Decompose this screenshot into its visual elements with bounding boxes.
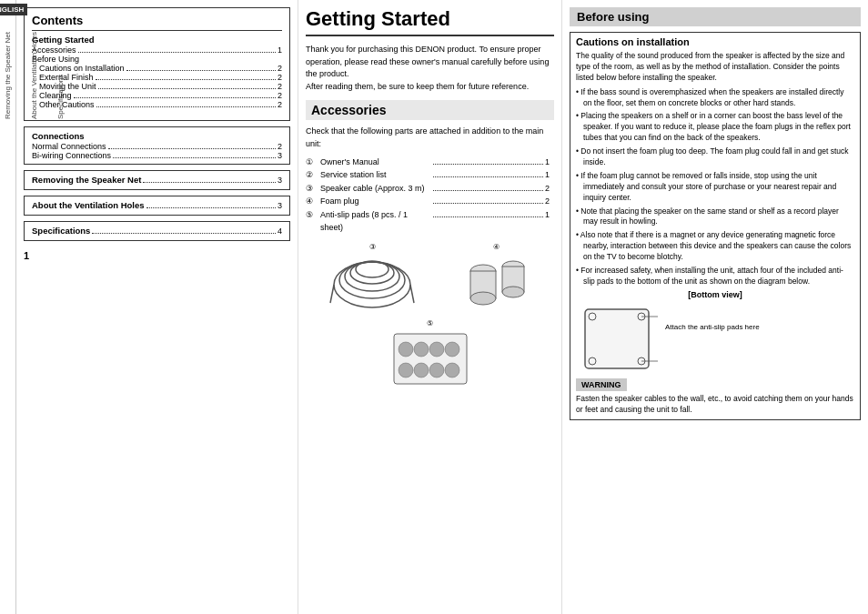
intro-text: Thank you for purchasing this DENON prod…: [306, 44, 554, 93]
contents-item-accessories: Accessories 1: [32, 45, 282, 55]
svg-point-9: [470, 292, 496, 305]
bottom-view-section: Attach the anti-slip pads here: [576, 305, 854, 373]
acc-img-foam: ④: [460, 243, 533, 312]
side-label-specifications[interactable]: Specifications: [56, 32, 65, 119]
side-tab: ENGLISH Getting Started Connections Remo…: [0, 0, 16, 614]
acc-item-3: ③ Speaker cable (Approx. 3 m) 2: [306, 182, 554, 195]
svg-point-19: [414, 363, 429, 377]
acc-item-5: ⑤ Anti-slip pads (8 pcs. / 1 sheet) 1: [306, 208, 554, 235]
svg-point-15: [414, 342, 429, 357]
contents-item-external-finish: External Finish 2: [32, 73, 282, 82]
attach-note: Attach the anti-slip pads here: [665, 305, 854, 332]
svg-point-16: [429, 342, 444, 357]
svg-point-14: [399, 342, 413, 357]
middle-panel: Getting Started Thank you for purchasing…: [298, 0, 562, 614]
acc-item-4: ④ Foam plug 2: [306, 195, 554, 207]
page-number: 1: [24, 250, 290, 261]
contents-section-getting-started: Getting Started Accessories 1 Before Usi…: [32, 35, 282, 109]
connections-box: Connections Normal Connections 2 Bi-wiri…: [24, 126, 290, 165]
bullet-7: • For increased safety, when installing …: [576, 266, 854, 287]
acc-item-2: ② Service station list 1: [306, 168, 554, 181]
acc-img-cable: ③: [327, 243, 418, 312]
svg-point-20: [429, 363, 444, 377]
contents-item-other-cautions: Other Cautions 2: [32, 100, 282, 109]
bullet-4: • If the foam plug cannot be removed or …: [576, 171, 854, 204]
svg-point-21: [445, 363, 459, 377]
cautions-intro: The quality of the sound produced from t…: [576, 51, 854, 84]
acc-item-1: ① Owner's Manual 1: [306, 156, 554, 168]
removing-box: Removing the Speaker Net 3: [24, 170, 290, 190]
main-content: Contents Getting Started Accessories 1 B…: [16, 0, 868, 614]
contents-item-before-using: Before Using: [32, 55, 282, 64]
svg-rect-22: [585, 309, 649, 368]
cable-svg: [327, 253, 418, 312]
side-label-removing[interactable]: Removing the Speaker Net: [4, 32, 12, 119]
svg-point-12: [502, 287, 524, 297]
contents-item-specifications: Specifications 4: [32, 226, 282, 237]
side-labels: Getting Started Connections Removing the…: [0, 32, 65, 119]
bullet-3: • Do not insert the foam plug too deep. …: [576, 146, 854, 168]
contents-item-biwiring: Bi-wiring Connections 3: [32, 151, 282, 160]
bullet-1: • If the bass sound is overemphasized wh…: [576, 87, 854, 109]
getting-started-title: Getting Started: [306, 7, 554, 36]
specifications-box: Specifications 4: [24, 221, 290, 241]
svg-point-18: [399, 363, 413, 377]
contents-item-normal-connections: Normal Connections 2: [32, 142, 282, 151]
bullet-5: • Note that placing the speaker on the s…: [576, 206, 854, 228]
bottom-view-svg: [576, 305, 658, 373]
warning-text: Fasten the speaker cables to the wall, e…: [576, 394, 854, 416]
side-label-ventilation[interactable]: About the Ventilation Holes: [30, 32, 38, 119]
contents-item-cleaning: Cleaning 2: [32, 91, 282, 100]
right-panel: Before using Cautions on installation Th…: [562, 0, 868, 614]
contents-item-moving-unit: Moving the Unit 2: [32, 82, 282, 91]
acc-img-row-1: ③ ④: [306, 243, 554, 312]
bottom-view-label: [Bottom view]: [576, 290, 854, 299]
warning-label: WARNING: [576, 378, 627, 391]
bullet-2: • Placing the speakers on a shelf or in …: [576, 111, 854, 144]
contents-title: Contents: [32, 14, 282, 31]
pads-svg: [389, 329, 471, 388]
accessories-title: Accessories: [306, 100, 554, 120]
accessories-intro: Check that the following parts are attac…: [306, 126, 554, 150]
contents-item-ventilation: About the Ventilation Holes 3: [32, 200, 282, 211]
svg-line-6: [410, 285, 414, 303]
before-using-title: Before using: [570, 7, 861, 26]
cautions-title: Cautions on installation: [576, 36, 854, 47]
accessories-list: ① Owner's Manual 1 ② Service station lis…: [306, 156, 554, 234]
accessories-images: ③ ④: [306, 243, 554, 388]
svg-point-17: [445, 342, 459, 357]
contents-heading-getting-started: Getting Started: [32, 35, 282, 45]
svg-point-1: [339, 262, 405, 298]
connections-heading: Connections: [32, 131, 282, 141]
foam-svg: [460, 253, 533, 312]
bullet-6: • Also note that if there is a magnet or…: [576, 230, 854, 263]
svg-point-2: [345, 262, 399, 291]
acc-img-row-2: ⑤: [306, 319, 554, 388]
svg-point-4: [356, 261, 389, 277]
acc-img-pads: ⑤: [389, 319, 471, 388]
contents-item-removing-speaker: Removing the Speaker Net 3: [32, 175, 282, 186]
ventilation-box: About the Ventilation Holes 3: [24, 196, 290, 216]
cautions-box: Cautions on installation The quality of …: [570, 32, 861, 420]
contents-item-cautions-installation: Cautions on Installation 2: [32, 64, 282, 73]
svg-line-5: [330, 285, 334, 303]
